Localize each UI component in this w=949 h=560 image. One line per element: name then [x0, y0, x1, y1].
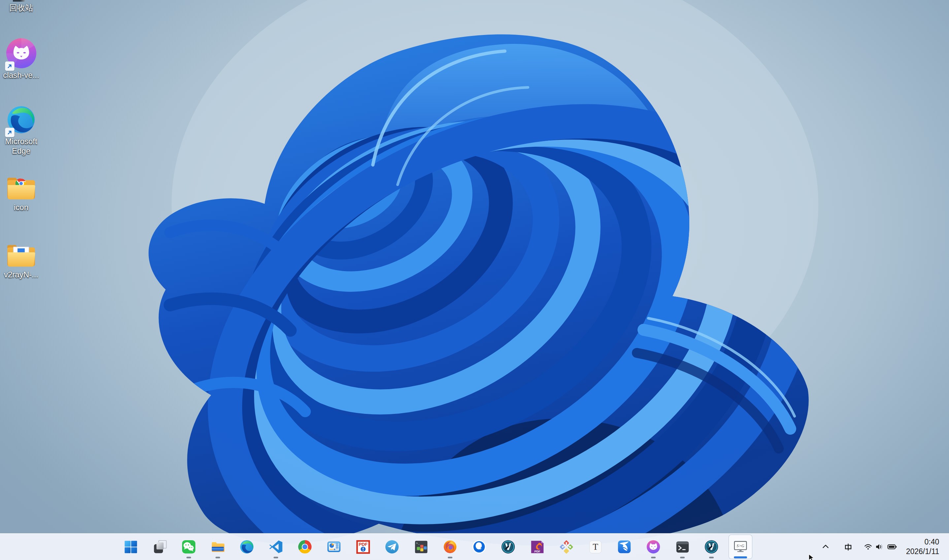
git-tool-button[interactable]	[555, 535, 578, 559]
foxit-pdf-icon: PDF	[530, 540, 545, 554]
mobaxterm-button[interactable]: >_	[409, 535, 433, 559]
firefox-button[interactable]	[438, 535, 462, 559]
battery-icon	[887, 542, 897, 551]
edge-button[interactable]	[235, 535, 259, 559]
telegram-icon	[384, 539, 400, 554]
clock[interactable]: 0:40 2026/1/11	[901, 537, 946, 556]
edge-icon	[6, 104, 37, 137]
tray-date: 2026/1/11	[906, 547, 940, 556]
desktop-item-icon-folder[interactable]: icon	[1, 175, 42, 212]
desktop-item-clash-verge[interactable]: clash-ve...	[1, 38, 42, 80]
vscode-icon	[269, 540, 283, 554]
chrome-button[interactable]	[293, 535, 317, 559]
desktop-item-label: clash-ve...	[1, 70, 42, 80]
vscode-button[interactable]	[264, 535, 288, 559]
bloom-wallpaper	[0, 0, 949, 560]
taskbar: PDF >_	[0, 533, 949, 560]
desktop-item-recycle-bin[interactable]: 回收站	[1, 0, 42, 12]
firefox-icon	[442, 539, 458, 554]
file-explorer-icon	[210, 539, 225, 554]
pdf-tool-button[interactable]: PDF	[351, 535, 375, 559]
wechat-icon	[181, 539, 196, 554]
volume-icon	[875, 542, 884, 552]
wifi-icon	[864, 542, 872, 552]
clash-verge-button[interactable]	[641, 535, 665, 559]
windows-terminal-icon	[675, 540, 690, 554]
typora-icon: T	[588, 540, 603, 554]
v2rayn-button[interactable]	[496, 535, 520, 559]
clash-verge-cat-icon	[646, 539, 661, 554]
file-explorer-button[interactable]	[206, 535, 230, 559]
system-tray: 0:40 2026/1/11	[818, 534, 946, 560]
v2rayn-icon	[704, 539, 719, 554]
network-volume-battery-button[interactable]	[864, 537, 897, 556]
windows-start-icon	[123, 540, 138, 554]
tray-overflow-button[interactable]	[818, 537, 833, 556]
svg-text:PDF: PDF	[534, 549, 540, 553]
svg-text:T: T	[593, 542, 598, 552]
desktop-background: 回收站 clash-ve...	[0, 0, 949, 560]
thunder-bird-icon	[617, 539, 632, 554]
control-panel-button[interactable]	[322, 535, 346, 559]
edge-icon	[239, 539, 254, 554]
chevron-up-icon	[821, 543, 830, 551]
v2rayn-icon	[501, 539, 516, 554]
desktop-item-label: v2rayN-...	[1, 270, 42, 279]
clash-verge-cat-icon	[6, 38, 37, 70]
svg-text:S>G: S>G	[736, 543, 744, 548]
screen-to-gif-icon: S>G	[733, 539, 748, 554]
desktop-item-edge[interactable]: Microsoft Edge	[1, 104, 42, 156]
tray-time: 0:40	[906, 537, 940, 547]
desktop-item-label: 回收站	[1, 3, 42, 12]
pdf-exclamation-icon: PDF	[356, 540, 371, 554]
svg-text:PDF: PDF	[358, 542, 367, 547]
desktop-item-label: Microsoft Edge	[1, 137, 42, 156]
task-view-button[interactable]	[148, 535, 172, 559]
terminal-blocks-icon: >_	[414, 540, 428, 554]
screen-to-gif-button[interactable]: S>G	[729, 535, 752, 559]
typora-button[interactable]: T	[583, 535, 607, 559]
v2rayn-running-button[interactable]	[699, 535, 723, 559]
folder-document-icon	[5, 242, 37, 270]
qq-button[interactable]	[467, 535, 491, 559]
chrome-icon	[297, 539, 313, 554]
task-view-icon	[153, 540, 167, 554]
start-button[interactable]	[119, 535, 143, 559]
thunder-button[interactable]	[612, 535, 636, 559]
control-panel-icon	[327, 539, 342, 554]
recycle-bin-icon	[13, 0, 25, 2]
shortcut-arrow-icon	[5, 128, 14, 137]
telegram-button[interactable]	[380, 535, 404, 559]
wechat-button[interactable]	[177, 535, 200, 559]
ime-chinese-icon	[844, 543, 853, 551]
foxit-pdf-button[interactable]: PDF	[525, 535, 549, 559]
windows-terminal-button[interactable]	[670, 535, 694, 559]
desktop-item-v2rayn-folder[interactable]: v2rayN-...	[1, 242, 42, 279]
desktop-item-label: icon	[1, 203, 42, 212]
ime-indicator[interactable]	[841, 537, 855, 556]
git-diamonds-icon	[559, 540, 574, 554]
shortcut-arrow-icon	[5, 62, 14, 71]
folder-chrome-icon	[5, 175, 37, 203]
qq-icon	[471, 539, 487, 554]
taskbar-icon-row: PDF >_	[119, 535, 752, 559]
svg-text:>_: >_	[416, 542, 420, 545]
